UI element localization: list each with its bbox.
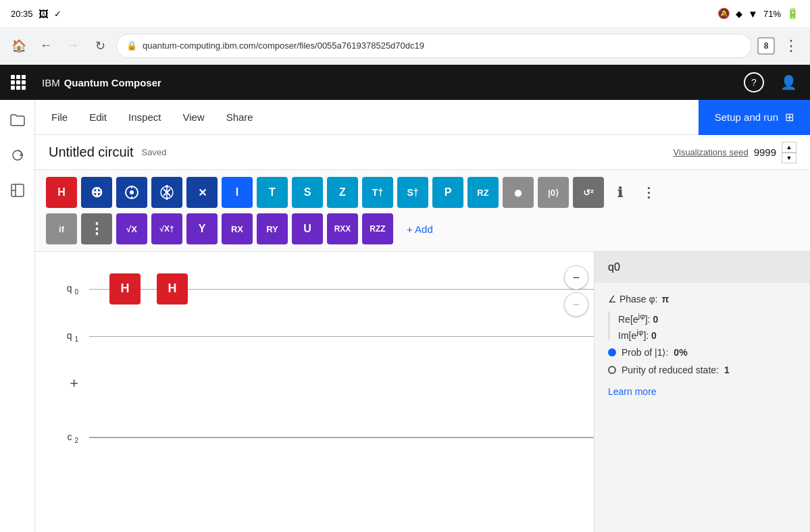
- app-logo: IBM Quantum Composer: [42, 77, 161, 88]
- prob-row: Prob of |1⟩: 0%: [608, 347, 796, 358]
- notification-icon: 🖼: [39, 8, 49, 20]
- gate-Z[interactable]: Z: [327, 177, 358, 208]
- sidebar-files-icon[interactable]: [5, 108, 30, 132]
- gate-ket0[interactable]: |0⟩: [538, 177, 569, 208]
- gate-rxy[interactable]: ↺ᶻ: [573, 177, 604, 208]
- viz-seed-section: Visualizations seed 9999 ▲ ▼: [674, 142, 796, 163]
- sidebar-circuit-icon[interactable]: [5, 143, 30, 167]
- gate-row-1: H ⊕: [46, 177, 799, 208]
- purity-row: Purity of reduced state: 1: [608, 365, 796, 375]
- left-sidebar: [0, 100, 35, 532]
- gate-more-button[interactable]: ⋮: [636, 177, 661, 208]
- circuit-gate-H2[interactable]: H: [157, 273, 188, 304]
- address-bar[interactable]: 🔒 quantum-computing.ibm.com/composer/fil…: [116, 34, 752, 58]
- wifi-icon: ▼: [748, 8, 758, 20]
- menu-items: File Edit Inspect View Share: [35, 100, 699, 134]
- gate-if[interactable]: if: [46, 213, 77, 244]
- forward-button[interactable]: →: [62, 35, 84, 57]
- menu-inspect[interactable]: Inspect: [118, 100, 172, 134]
- gate-sqrtXd[interactable]: √X†: [151, 213, 182, 244]
- seed-increment-button[interactable]: ▲: [782, 142, 796, 153]
- gate-RXX[interactable]: RXX: [327, 213, 358, 244]
- app-container: IBM Quantum Composer ? 👤: [0, 65, 810, 532]
- top-nav: IBM Quantum Composer ? 👤: [0, 65, 810, 100]
- reload-button[interactable]: ↻: [89, 35, 111, 57]
- status-bar-left: 20:35 🖼 ✓: [11, 8, 61, 20]
- info-panel: q0 ∠ Phase φ: π Re[ejφ]: 0 Im[ejφ]: 0: [594, 252, 810, 532]
- gate-mult[interactable]: ✕: [186, 177, 218, 208]
- gate-row-2: if ⋮ √X √X† Y RX RY U RXX RZZ + Add: [46, 213, 799, 244]
- phase-label: ∠ Phase φ:: [608, 294, 657, 304]
- back-button[interactable]: ←: [35, 35, 57, 57]
- zoom-minus-button-2[interactable]: −: [564, 292, 588, 317]
- qubit-line-q0: H H: [89, 289, 594, 290]
- battery-display: 71%: [763, 9, 781, 19]
- classical-row-c2: c 2: [35, 414, 594, 461]
- qubit-label-q1: q 1: [35, 330, 89, 343]
- menu-button[interactable]: ⋮: [780, 35, 802, 57]
- prob-dot: [608, 348, 616, 356]
- gate-S[interactable]: S: [292, 177, 323, 208]
- seed-decrement-button[interactable]: ▼: [782, 153, 796, 163]
- signal-icon: ◆: [736, 9, 742, 19]
- gate-RZ[interactable]: RZ: [467, 177, 499, 208]
- gate-I[interactable]: I: [222, 177, 253, 208]
- im-value: 0: [651, 329, 657, 340]
- gate-Sd[interactable]: S†: [397, 177, 428, 208]
- gate-info-button[interactable]: ℹ: [608, 177, 632, 208]
- menu-file[interactable]: File: [41, 100, 78, 134]
- gate-RZZ[interactable]: RZZ: [362, 213, 393, 244]
- gate-U[interactable]: U: [292, 213, 323, 244]
- status-bar-right: 🔕 ◆ ▼ 71% 🔋: [717, 7, 799, 20]
- zoom-minus-button[interactable]: −: [564, 265, 588, 290]
- add-qubit-row: +: [35, 360, 594, 407]
- purity-label: Purity of reduced state:: [622, 365, 719, 375]
- viz-seed-value: 9999: [754, 147, 776, 158]
- menu-bar: File Edit Inspect View Share Setup and r…: [35, 100, 810, 135]
- learn-more-link[interactable]: Learn more: [608, 386, 796, 397]
- top-nav-right: ? 👤: [744, 72, 799, 93]
- svg-point-13: [166, 197, 168, 200]
- setup-run-button[interactable]: Setup and run ⊞: [699, 100, 810, 135]
- complex-section: Re[ejφ]: 0 Im[ejφ]: 0: [608, 311, 796, 340]
- viz-seed-label[interactable]: Visualizations seed: [674, 147, 749, 157]
- home-button[interactable]: 🏠: [8, 35, 30, 57]
- app-name-prefix: IBM: [42, 77, 60, 88]
- phase-row: ∠ Phase φ: π: [608, 294, 796, 304]
- gate-P[interactable]: P: [432, 177, 463, 208]
- app-grid-icon[interactable]: [11, 75, 26, 90]
- menu-share[interactable]: Share: [216, 100, 264, 134]
- circuit-gate-H1[interactable]: H: [109, 273, 141, 304]
- gate-T[interactable]: T: [257, 177, 288, 208]
- sidebar-panel-icon[interactable]: [5, 178, 30, 203]
- classical-label-c2: c 2: [35, 431, 89, 444]
- user-profile-button[interactable]: 👤: [778, 72, 799, 93]
- gate-toolbar: H ⊕: [35, 170, 810, 252]
- circuit-canvas: q 0 H H q 1: [35, 252, 810, 532]
- tab-count-badge[interactable]: 8: [757, 37, 775, 55]
- help-button[interactable]: ?: [744, 72, 764, 92]
- menu-edit[interactable]: Edit: [78, 100, 118, 134]
- purity-circle: [608, 366, 616, 374]
- gate-reset[interactable]: ●: [503, 177, 534, 208]
- browser-chrome: 🏠 ← → ↻ 🔒 quantum-computing.ibm.com/comp…: [0, 27, 810, 65]
- qubit-line-q1: [89, 336, 594, 337]
- gate-barrier[interactable]: ⋮: [81, 213, 112, 244]
- re-value: 0: [653, 314, 658, 325]
- gate-sqrtX[interactable]: √X: [116, 213, 147, 244]
- info-panel-body: ∠ Phase φ: π Re[ejφ]: 0 Im[ejφ]: 0: [594, 283, 810, 408]
- gate-circ[interactable]: [116, 177, 147, 208]
- add-qubit-button[interactable]: +: [35, 370, 89, 397]
- run-icon: ⊞: [785, 111, 794, 124]
- gate-swap[interactable]: [151, 177, 182, 208]
- phase-value: π: [661, 294, 669, 304]
- gate-Td[interactable]: T†: [362, 177, 393, 208]
- gate-X[interactable]: ⊕: [81, 177, 112, 208]
- gate-H[interactable]: H: [46, 177, 77, 208]
- add-gate-button[interactable]: + Add: [397, 213, 442, 244]
- gate-RY[interactable]: RY: [257, 213, 288, 244]
- menu-view[interactable]: View: [172, 100, 215, 134]
- gate-RX[interactable]: RX: [222, 213, 253, 244]
- time-display: 20:35: [11, 9, 33, 19]
- gate-Y[interactable]: Y: [186, 213, 218, 244]
